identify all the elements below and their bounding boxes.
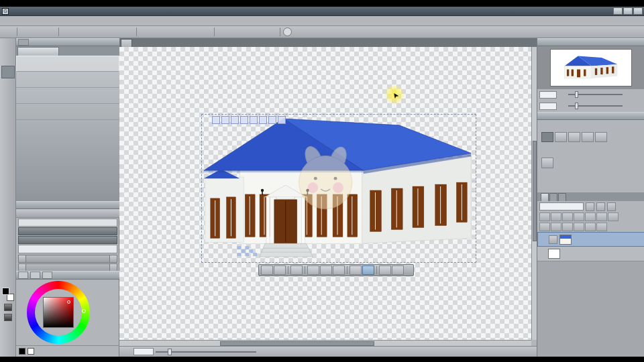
redo-icon[interactable] <box>74 27 85 37</box>
menu-layer[interactable] <box>40 16 50 26</box>
canvas-viewport[interactable]: ➤ <box>119 47 531 340</box>
gradient-tool-icon[interactable] <box>1 206 15 219</box>
select-rect-icon[interactable] <box>164 27 175 37</box>
zoom-slider-thumb[interactable] <box>168 349 172 355</box>
help-icon[interactable] <box>283 27 292 36</box>
horizontal-scroll-thumb[interactable] <box>220 341 374 346</box>
select-layer-tool-icon[interactable] <box>1 78 15 91</box>
rotate-camera-icon[interactable] <box>320 265 332 275</box>
pan-gizmo-icon[interactable] <box>250 116 258 124</box>
pencil-tool-icon[interactable] <box>1 117 15 129</box>
object-selection-box[interactable] <box>201 114 476 263</box>
color-slider-tab[interactable] <box>30 272 40 279</box>
prev-camera-icon[interactable] <box>261 265 273 275</box>
rotate-gizmo-icon[interactable] <box>212 116 220 124</box>
subtool-item-edit-timeline[interactable] <box>16 104 119 120</box>
tab-layer[interactable] <box>541 193 549 201</box>
eyedropper-tool-icon[interactable] <box>1 269 15 282</box>
new-file-icon[interactable] <box>20 27 32 37</box>
clear-layer-icon[interactable] <box>585 223 596 231</box>
select-border-icon[interactable] <box>200 27 211 37</box>
deselect-icon[interactable] <box>176 27 187 37</box>
stop-icon[interactable] <box>290 265 303 275</box>
zoom-status-icon[interactable] <box>122 348 131 356</box>
color-set-tab[interactable] <box>42 272 52 279</box>
lasso-tool-icon[interactable] <box>1 91 15 104</box>
material-gizmo-icon[interactable] <box>259 116 267 124</box>
scale-stepper-track[interactable] <box>26 255 109 263</box>
snap-icon[interactable] <box>229 27 241 37</box>
ruler-icon[interactable] <box>585 213 596 221</box>
move-tool-icon[interactable] <box>1 53 15 66</box>
transform-icon[interactable] <box>152 27 163 37</box>
new-layer-icon[interactable] <box>539 223 550 231</box>
clip-at-layer-icon[interactable] <box>586 202 594 211</box>
maximize-button[interactable] <box>623 7 633 15</box>
close-button[interactable] <box>633 7 643 15</box>
menu-window[interactable] <box>78 16 87 26</box>
set-as-draft-icon[interactable] <box>596 213 607 221</box>
invert-select-icon[interactable] <box>188 27 199 37</box>
minimize-button[interactable] <box>613 7 623 15</box>
foreground-color-swatch[interactable] <box>2 288 9 295</box>
camera-angle-icon[interactable] <box>379 265 391 275</box>
menu-select[interactable] <box>50 16 59 26</box>
undo-icon[interactable] <box>62 27 73 37</box>
color-set-icon[interactable] <box>4 314 12 321</box>
horizontal-scrollbar[interactable] <box>119 340 531 346</box>
settings-gizmo-icon[interactable] <box>278 116 286 124</box>
navigator-rotate-slider[interactable] <box>568 103 623 109</box>
menu-edit[interactable] <box>12 16 21 26</box>
grid-icon[interactable] <box>217 27 229 37</box>
model-dropdown[interactable] <box>18 245 117 253</box>
copy-icon[interactable] <box>98 27 109 37</box>
current-color-chip[interactable] <box>19 348 25 355</box>
expression-color-icon[interactable] <box>595 132 607 142</box>
scale-gizmo-icon[interactable] <box>231 116 239 124</box>
zoom-slider[interactable] <box>156 349 256 355</box>
menu-story[interactable] <box>21 16 31 26</box>
light-source-icon[interactable] <box>362 265 374 275</box>
panel-dock-tab[interactable] <box>18 39 29 46</box>
tone-settings-icon[interactable] <box>607 202 616 211</box>
fill-tool-icon[interactable] <box>1 193 15 206</box>
next-camera-icon[interactable] <box>274 265 286 275</box>
layer-row-mansion[interactable] <box>537 232 644 247</box>
eraser-tool-icon[interactable] <box>1 168 15 180</box>
fill-settings-icon[interactable] <box>596 202 605 211</box>
saturation-value-box[interactable] <box>43 297 74 328</box>
selectable-object-button[interactable] <box>18 236 117 244</box>
lock-alpha-icon[interactable] <box>551 213 561 221</box>
sub-color-chip[interactable] <box>28 348 34 355</box>
navigator-zoom-slider[interactable] <box>568 91 623 98</box>
tone-effect-icon[interactable] <box>568 132 580 142</box>
mask-icon[interactable] <box>562 213 573 221</box>
step-right-icon[interactable] <box>109 255 117 263</box>
tool-navigation-magnifier-icon[interactable] <box>541 158 553 168</box>
snap-gizmo-icon[interactable] <box>240 116 248 124</box>
letter-a-icon[interactable] <box>254 27 265 37</box>
menu-file[interactable] <box>3 16 12 26</box>
frame-tool-icon[interactable] <box>1 231 15 244</box>
new-folder-icon[interactable] <box>551 223 561 231</box>
tab-operation[interactable] <box>17 47 59 56</box>
zoom-out-icon[interactable] <box>258 348 268 356</box>
zoom-in-icon[interactable] <box>624 91 633 99</box>
blend-tool-icon[interactable] <box>1 180 15 193</box>
navigator-rotation-value[interactable] <box>539 103 557 110</box>
text-tool-icon[interactable] <box>1 244 15 257</box>
move-gizmo-icon[interactable] <box>221 116 229 124</box>
lock-layer-icon[interactable] <box>539 213 550 221</box>
zoom-in-icon[interactable] <box>270 348 279 356</box>
transfer-layer-icon[interactable] <box>574 223 584 231</box>
zoom-out-icon[interactable] <box>558 91 567 99</box>
border-effect-icon[interactable] <box>541 132 553 142</box>
navigator-preview-area[interactable] <box>537 46 644 89</box>
menu-view[interactable] <box>59 16 68 26</box>
tab-history[interactable] <box>549 193 557 201</box>
mansion-3d-model[interactable] <box>202 115 476 262</box>
decoration-tool-icon[interactable] <box>1 155 15 168</box>
zoom-value[interactable] <box>133 348 154 355</box>
airbrush-tool-icon[interactable] <box>1 142 15 155</box>
navigator-zoom-value[interactable] <box>539 91 557 99</box>
